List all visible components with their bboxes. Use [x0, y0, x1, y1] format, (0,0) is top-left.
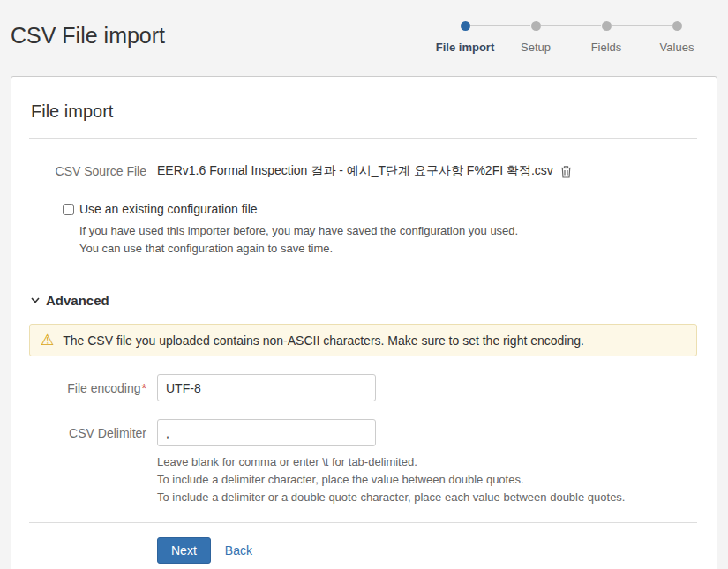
advanced-heading: Advanced: [46, 293, 109, 308]
step-file-import: File import: [430, 16, 500, 54]
wizard-steps: File import Setup Fields Values: [430, 16, 712, 54]
trash-icon: [560, 165, 572, 178]
delete-file-button[interactable]: [560, 165, 572, 178]
csv-delimiter-row: CSV Delimiter: [29, 419, 697, 446]
file-import-panel: File import CSV Source File EERv1.6 Form…: [11, 76, 717, 569]
step-dot-active: [461, 21, 470, 31]
warning-text: The CSV file you uploaded contains non-A…: [63, 333, 584, 348]
warning-icon: ⚠: [41, 333, 54, 348]
step-label: Fields: [591, 41, 622, 54]
csv-delimiter-label: CSV Delimiter: [29, 426, 146, 440]
step-fields: Fields: [571, 16, 642, 54]
page-header: CSV File import File import Setup Fields…: [0, 0, 728, 76]
step-dot: [602, 21, 612, 31]
step-dot: [531, 21, 541, 31]
help-line: If you have used this importer before, y…: [79, 222, 697, 240]
required-asterisk: *: [142, 381, 146, 395]
help-line: Leave blank for comma or enter \t for ta…: [157, 453, 697, 471]
step-setup: Setup: [500, 16, 571, 54]
existing-config-section: Use an existing configuration file If yo…: [63, 202, 697, 258]
page-title: CSV File import: [11, 23, 165, 49]
help-line: To include a delimiter or a double quote…: [157, 489, 697, 506]
existing-config-row: Use an existing configuration file: [63, 202, 697, 216]
step-values: Values: [642, 16, 712, 54]
encoding-warning-message: ⚠ The CSV file you uploaded contains non…: [29, 324, 697, 356]
step-label: Setup: [521, 41, 551, 54]
csv-source-file-row: CSV Source File EERv1.6 Formal Inspectio…: [29, 163, 697, 179]
file-encoding-label: File encoding*: [29, 381, 146, 395]
csv-source-file-value: EERv1.6 Formal Inspection 결과 - 예시_T단계 요구…: [157, 163, 553, 179]
csv-source-file-label: CSV Source File: [29, 164, 146, 178]
back-link[interactable]: Back: [225, 543, 252, 558]
existing-config-label: Use an existing configuration file: [79, 202, 258, 216]
divider: [29, 522, 697, 523]
divider: [29, 138, 697, 139]
file-encoding-row: File encoding*: [29, 374, 697, 401]
help-line: You can use that configuration again to …: [79, 240, 697, 258]
wizard-actions: Next Back: [157, 537, 697, 564]
existing-config-help: If you have used this importer before, y…: [79, 222, 697, 258]
csv-delimiter-help: Leave blank for comma or enter \t for ta…: [157, 453, 697, 506]
advanced-toggle[interactable]: Advanced: [31, 293, 697, 308]
step-label: Values: [660, 41, 694, 54]
csv-delimiter-input[interactable]: [157, 419, 376, 446]
existing-config-checkbox[interactable]: [63, 204, 74, 215]
file-encoding-label-text: File encoding: [67, 381, 140, 395]
file-encoding-input[interactable]: [157, 374, 376, 401]
chevron-down-icon: [31, 297, 40, 303]
panel-heading: File import: [31, 101, 697, 122]
step-dot: [672, 21, 682, 31]
help-line: To include a delimiter character, place …: [157, 471, 697, 489]
step-label: File import: [436, 41, 494, 54]
next-button[interactable]: Next: [157, 537, 211, 564]
